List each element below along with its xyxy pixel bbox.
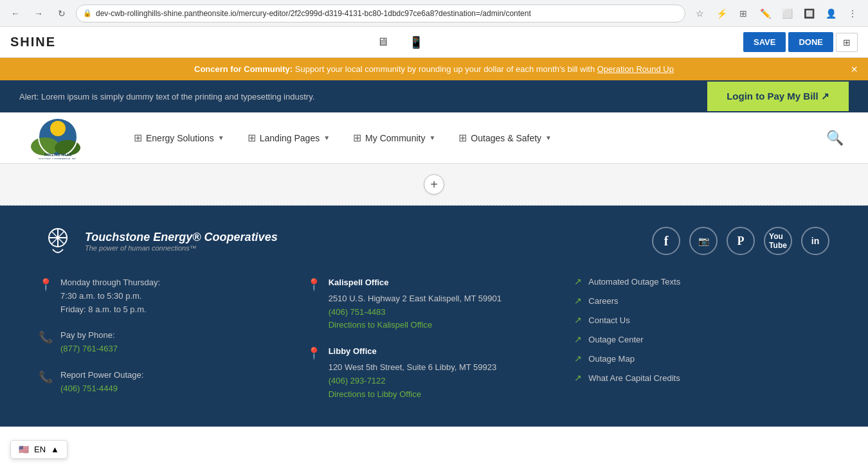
shine-logo: SHINE: [10, 35, 56, 49]
banner-prefix: Concern for Community:: [194, 64, 293, 74]
save-button[interactable]: SAVE: [743, 32, 786, 52]
arrow-icon-3: ↗: [574, 315, 582, 325]
announcement-banner: Concern for Community: Support your loca…: [0, 58, 868, 80]
more-button[interactable]: ⋮: [844, 4, 862, 22]
forward-button[interactable]: →: [30, 4, 48, 22]
desktop-view-button[interactable]: 🖥: [372, 33, 393, 51]
report-outage-number[interactable]: (406) 751-4449: [60, 382, 143, 396]
banner-text: Support your local community by rounding…: [295, 64, 597, 74]
flag-icon: 🇺🇸: [19, 445, 29, 454]
footer-link-capital-credits[interactable]: ↗ What Are Capital Credits: [574, 373, 829, 383]
outages-safety-icon: ⊞: [458, 132, 467, 144]
kalispell-icon: 📍: [307, 278, 321, 292]
footer-link-automated-outage[interactable]: ↗ Automated Outage Texts: [574, 276, 829, 287]
arrow-icon-2: ↗: [574, 296, 582, 306]
address-bar[interactable]: 🔒 dev-cwb-rollinghills-shine.pantheonsit…: [76, 4, 685, 22]
device-switcher: 🖥 📱: [372, 33, 428, 52]
footer-link-outage-map[interactable]: ↗ Outage Map: [574, 353, 829, 364]
footer-col-2: 📍 Kalispell Office 2510 U.S. Highway 2 E…: [307, 276, 562, 414]
editor-actions: SAVE DONE ⊞: [743, 32, 858, 52]
footer-pay-phone: 📞 Pay by Phone: (877) 761-4637: [39, 329, 294, 356]
my-community-chevron: ▼: [429, 134, 435, 141]
alert-text: Alert: Lorem ipsum is simply dummy text …: [19, 92, 707, 102]
extension-btn-4[interactable]: ⬜: [778, 4, 796, 22]
arrow-icon-4: ↗: [574, 334, 582, 344]
instagram-icon[interactable]: 📷: [689, 227, 718, 255]
youtube-icon[interactable]: YouTube: [764, 227, 792, 255]
footer-libby: 📍 Libby Office 120 West 5th Street, Suit…: [307, 345, 562, 401]
footer-columns: 📍 Monday through Thursday: 7:30 a.m. to …: [39, 276, 829, 414]
pay-phone-number[interactable]: (877) 761-4637: [60, 342, 118, 356]
touchstone-tagline: The power of human connections™: [85, 244, 278, 252]
arrow-icon-6: ↗: [574, 373, 582, 383]
search-button[interactable]: 🔍: [821, 125, 849, 152]
energy-solutions-chevron: ▼: [218, 134, 224, 141]
pay-phone-text: Pay by Phone: (877) 761-4637: [60, 329, 118, 356]
reload-button[interactable]: ↻: [53, 4, 71, 22]
footer-link-careers[interactable]: ↗ Careers: [574, 296, 829, 306]
linkedin-icon[interactable]: in: [801, 227, 829, 255]
browser-chrome: ← → ↻ 🔒 dev-cwb-rollinghills-shine.panth…: [0, 0, 868, 27]
touchstone-logo: Touchstone Energy® Cooperatives The powe…: [39, 225, 278, 257]
nav-item-energy-solutions[interactable]: ⊞ Energy Solutions ▼: [122, 125, 236, 150]
profile-button[interactable]: 👤: [822, 4, 840, 22]
libby-directions[interactable]: Directions to Libby Office: [329, 388, 497, 402]
hours-icon: 📍: [39, 278, 53, 292]
footer-kalispell: 📍 Kalispell Office 2510 U.S. Highway 2 E…: [307, 276, 562, 332]
close-banner-button[interactable]: ×: [851, 62, 858, 76]
svg-point-1: [50, 121, 66, 136]
browser-actions: ☆ ⚡ ⊞ ✏️ ⬜ 🔲 👤 ⋮: [691, 4, 862, 22]
nav-item-landing-pages[interactable]: ⊞ Landing Pages ▼: [236, 125, 341, 150]
kalispell-phone[interactable]: (406) 751-4483: [329, 306, 502, 319]
done-button[interactable]: DONE: [788, 32, 833, 52]
lock-icon: 🔒: [83, 9, 92, 17]
content-add-area: +: [0, 164, 868, 206]
report-outage-text: Report Power Outage: (406) 751-4449: [60, 369, 143, 396]
nav-item-outages-safety[interactable]: ⊞ Outages & Safety ▼: [447, 125, 563, 150]
language-selector[interactable]: 🇺🇸 EN ▲: [10, 440, 68, 459]
arrow-icon-5: ↗: [574, 353, 582, 364]
kalispell-directions[interactable]: Directions to Kalispell Office: [329, 319, 502, 332]
footer-report-outage: 📞 Report Power Outage: (406) 751-4449: [39, 369, 294, 396]
banner-link[interactable]: Operation Round Up: [597, 64, 674, 74]
language-chevron: ▲: [51, 445, 59, 454]
nav-item-my-community[interactable]: ⊞ My Community ▼: [341, 125, 447, 150]
extension-btn-5[interactable]: 🔲: [800, 4, 818, 22]
extension-btn-2[interactable]: ⊞: [734, 4, 752, 22]
alert-bar: Alert: Lorem ipsum is simply dummy text …: [0, 80, 868, 112]
mobile-view-button[interactable]: 📱: [404, 33, 428, 52]
login-pay-bill-button[interactable]: Login to Pay My Bill ↗: [707, 82, 849, 111]
phone-icon-2: 📞: [39, 370, 53, 384]
edit-toggle-button[interactable]: ⊞: [836, 33, 858, 52]
nav-label-energy-solutions: Energy Solutions: [146, 133, 214, 143]
footer-link-contact-us[interactable]: ↗ Contact Us: [574, 315, 829, 325]
facebook-icon[interactable]: f: [652, 227, 680, 255]
libby-phone[interactable]: (406) 293-7122: [329, 375, 497, 388]
footer-col-1: 📍 Monday through Thursday: 7:30 a.m. to …: [39, 276, 294, 414]
main-navigation: ROLLING HILLS ELECTRIC COOPERATIVE, INC.…: [0, 112, 868, 164]
search-icon: 🔍: [826, 130, 844, 146]
add-content-button[interactable]: +: [424, 174, 444, 195]
nav-links: ⊞ Energy Solutions ▼ ⊞ Landing Pages ▼ ⊞…: [122, 125, 821, 150]
social-icons: f 📷 P YouTube in: [652, 227, 829, 255]
extension-btn-1[interactable]: ⚡: [712, 4, 730, 22]
footer-link-outage-center[interactable]: ↗ Outage Center: [574, 334, 829, 344]
landing-pages-icon: ⊞: [248, 132, 256, 144]
pinterest-icon[interactable]: P: [727, 227, 755, 255]
outages-safety-chevron: ▼: [545, 134, 552, 141]
svg-text:ROLLING HILLS: ROLLING HILLS: [44, 153, 71, 157]
url-text: dev-cwb-rollinghills-shine.pantheonsite.…: [96, 9, 531, 18]
nav-label-landing-pages: Landing Pages: [260, 133, 320, 143]
site-content: Concern for Community: Support your loca…: [0, 58, 868, 469]
libby-icon: 📍: [307, 346, 321, 360]
nav-label-my-community: My Community: [365, 133, 425, 143]
libby-text: Libby Office 120 West 5th Street, Suite …: [329, 345, 497, 401]
phone-icon-1: 📞: [39, 330, 53, 344]
energy-solutions-icon: ⊞: [134, 132, 142, 144]
site-logo[interactable]: ROLLING HILLS ELECTRIC COOPERATIVE, INC.: [19, 114, 96, 162]
bookmark-button[interactable]: ☆: [691, 4, 709, 22]
back-button[interactable]: ←: [6, 4, 24, 22]
extension-btn-3[interactable]: ✏️: [756, 4, 774, 22]
svg-text:ELECTRIC COOPERATIVE, INC.: ELECTRIC COOPERATIVE, INC.: [39, 157, 77, 159]
footer-top: Touchstone Energy® Cooperatives The powe…: [39, 225, 829, 257]
